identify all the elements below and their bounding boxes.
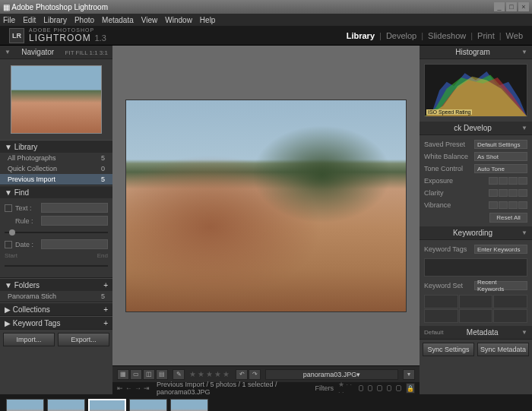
menu-photo[interactable]: Photo bbox=[74, 16, 94, 24]
module-web[interactable]: Web bbox=[506, 31, 523, 40]
library-all-photographs[interactable]: All Photographs5 bbox=[0, 153, 112, 163]
navigator-modes[interactable]: FIT FILL 1:1 3:1 bbox=[65, 49, 108, 56]
keywording-header[interactable]: Keywording▼ bbox=[420, 226, 532, 240]
export-button[interactable]: Export... bbox=[58, 333, 109, 346]
rating-stars[interactable]: ★★★★★ bbox=[189, 370, 231, 378]
left-panel: ▼NavigatorFIT FILL 1:1 3:1 ▼ Library All… bbox=[0, 46, 112, 394]
filmstrip-thumb[interactable] bbox=[129, 399, 167, 411]
minimize-button[interactable]: _ bbox=[494, 2, 505, 11]
center-panel: ▦ ▭ ◫ ▤ ✎ ★★★★★ ↶ ↷ panorama03.JPG ▾ ▾ ⇤… bbox=[112, 46, 420, 394]
find-text-label: Text : bbox=[15, 204, 38, 212]
brand-line2: LIGHTROOM bbox=[29, 33, 91, 43]
filter-lock-icon[interactable]: 🔒 bbox=[406, 383, 415, 394]
menu-help[interactable]: Help bbox=[200, 16, 216, 24]
window-controls: _ □ × bbox=[494, 2, 529, 11]
find-text-checkbox[interactable] bbox=[5, 204, 12, 212]
menu-view[interactable]: View bbox=[141, 16, 158, 24]
maximize-button[interactable]: □ bbox=[506, 2, 517, 11]
right-panel: Histogram▼ ISO Speed Rating ck Develop▼ … bbox=[420, 46, 532, 394]
brand-row: LR ADOBE PHOTOSHOP LIGHTROOM 1.3 Library… bbox=[0, 26, 532, 46]
keyword-textarea[interactable] bbox=[424, 258, 527, 277]
filter-blue[interactable] bbox=[387, 385, 391, 391]
histogram-display: ISO Speed Rating bbox=[424, 64, 527, 117]
navigator-body bbox=[0, 59, 112, 140]
menu-edit[interactable]: Edit bbox=[23, 16, 36, 24]
find-date-label: Date : bbox=[15, 241, 38, 248]
metadata-header[interactable]: DefaultMetadata▼ bbox=[420, 326, 532, 340]
nav-prev-icon[interactable]: ← bbox=[125, 384, 132, 392]
menu-library[interactable]: Library bbox=[43, 16, 67, 24]
sync-settings-button[interactable]: Sync Settings bbox=[423, 343, 474, 356]
library-quick-collection[interactable]: Quick Collection0 bbox=[0, 163, 112, 174]
library-header[interactable]: ▼ Library bbox=[0, 141, 112, 153]
title-bar: ▦ Adobe Photoshop Lightroom _ □ × bbox=[0, 0, 532, 14]
menu-metadata[interactable]: Metadata bbox=[102, 16, 134, 24]
find-date-checkbox[interactable] bbox=[5, 241, 12, 248]
filter-purple[interactable] bbox=[396, 385, 401, 391]
filter-red[interactable] bbox=[359, 385, 363, 391]
nav-first-icon[interactable]: ⇤ bbox=[117, 384, 123, 392]
keywording-body: Keyword TagsEnter Keywords Keyword SetRe… bbox=[420, 240, 532, 326]
kw-set-select[interactable]: Recent Keywords bbox=[474, 281, 527, 290]
saved-preset-select[interactable]: Default Settings bbox=[474, 140, 527, 149]
module-develop[interactable]: Develop bbox=[386, 31, 416, 40]
nav-next-icon[interactable]: → bbox=[135, 384, 141, 392]
main-area: ▼NavigatorFIT FILL 1:1 3:1 ▼ Library All… bbox=[0, 46, 532, 394]
rotate-right-icon[interactable]: ↷ bbox=[249, 369, 261, 380]
histogram-header[interactable]: Histogram▼ bbox=[420, 46, 532, 59]
find-date-slider[interactable] bbox=[5, 262, 108, 270]
module-library[interactable]: Library bbox=[347, 31, 375, 40]
toolbar-more-icon[interactable]: ▾ bbox=[403, 369, 415, 380]
app-icon: ▦ Adobe Photoshop Lightroom bbox=[3, 3, 108, 11]
module-picker: Library| Develop| Slideshow| Print| Web bbox=[347, 31, 523, 40]
paint-icon[interactable]: ✎ bbox=[173, 369, 185, 380]
kw-tags-input[interactable]: Enter Keywords bbox=[474, 245, 527, 254]
loupe-view-icon[interactable]: ▭ bbox=[130, 369, 142, 380]
find-rule-input[interactable] bbox=[41, 216, 108, 226]
auto-tone-button[interactable]: Auto Tone bbox=[474, 164, 527, 173]
keyword-tags-header[interactable]: ▶ Keyword Tags+ bbox=[0, 317, 112, 329]
wb-select[interactable]: As Shot bbox=[474, 152, 527, 161]
vibrance-steppers[interactable] bbox=[489, 201, 527, 209]
exposure-steppers[interactable] bbox=[489, 177, 527, 185]
import-button[interactable]: Import... bbox=[3, 333, 55, 346]
clarity-steppers[interactable] bbox=[489, 189, 527, 197]
collections-header[interactable]: ▶ Collections+ bbox=[0, 303, 112, 315]
grid-view-icon[interactable]: ▦ bbox=[117, 369, 129, 380]
find-header[interactable]: ▼ Find bbox=[0, 186, 112, 198]
reset-all-button[interactable]: Reset All bbox=[489, 213, 527, 223]
quickdev-header[interactable]: ck Develop▼ bbox=[420, 122, 532, 135]
filmstrip-thumb[interactable] bbox=[6, 399, 44, 411]
library-previous-import[interactable]: Previous Import5 bbox=[0, 174, 112, 185]
module-slideshow[interactable]: Slideshow bbox=[428, 31, 466, 40]
sync-metadata-button[interactable]: Sync Metadata bbox=[477, 343, 529, 356]
folder-item[interactable]: Panorama Stich5 bbox=[0, 291, 112, 302]
menu-window[interactable]: Window bbox=[165, 16, 192, 24]
clarity-label: Clarity bbox=[424, 189, 444, 197]
saved-preset-label: Saved Preset bbox=[424, 141, 465, 148]
module-print[interactable]: Print bbox=[477, 31, 495, 40]
filmstrip-thumb-selected[interactable] bbox=[88, 399, 126, 411]
navigator-thumbnail[interactable] bbox=[11, 65, 102, 134]
filter-green[interactable] bbox=[377, 385, 382, 391]
rotate-left-icon[interactable]: ↶ bbox=[236, 369, 248, 380]
folders-header[interactable]: ▼ Folders+ bbox=[0, 279, 112, 291]
nav-last-icon[interactable]: ⇥ bbox=[144, 384, 150, 392]
find-text-input[interactable] bbox=[41, 203, 108, 213]
compare-view-icon[interactable]: ◫ bbox=[143, 369, 155, 380]
survey-view-icon[interactable]: ▤ bbox=[156, 369, 168, 380]
window-title: Adobe Photoshop Lightroom bbox=[11, 3, 108, 11]
navigator-header[interactable]: ▼NavigatorFIT FILL 1:1 3:1 bbox=[0, 46, 112, 59]
main-image[interactable] bbox=[125, 100, 407, 312]
brand-line1: ADOBE PHOTOSHOP bbox=[29, 27, 106, 33]
find-rule-label: Rule : bbox=[15, 217, 38, 225]
nav-arrows: ⇤←→⇥ bbox=[117, 384, 152, 392]
filename-select[interactable]: panorama03.JPG ▾ bbox=[265, 369, 398, 380]
close-button[interactable]: × bbox=[518, 2, 529, 11]
filmstrip-thumb[interactable] bbox=[170, 399, 208, 411]
menu-file[interactable]: File bbox=[3, 16, 15, 24]
filmstrip-thumb[interactable] bbox=[47, 399, 85, 411]
find-slider[interactable] bbox=[5, 229, 108, 236]
find-date-input[interactable] bbox=[41, 239, 108, 249]
filter-yellow[interactable] bbox=[368, 385, 372, 391]
